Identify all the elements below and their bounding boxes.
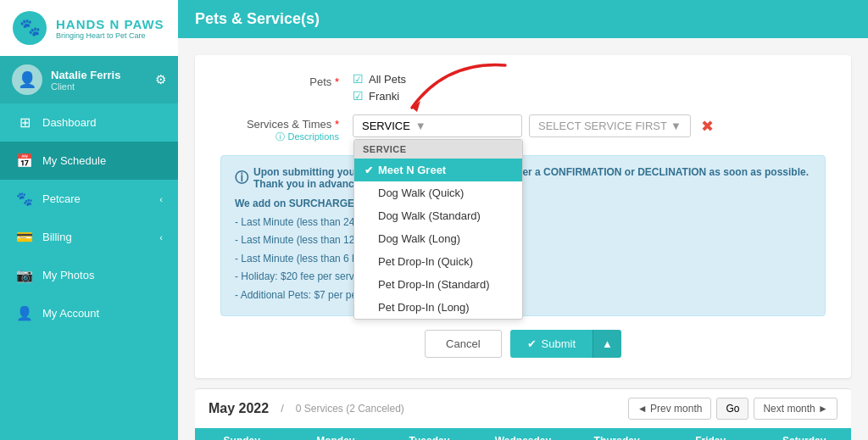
logo-icon: 🐾 — [12, 10, 47, 46]
petcare-icon: 🐾 — [15, 191, 34, 207]
pet-item-all-pets: ☑ All Pets — [353, 72, 406, 86]
surcharge-list: We add on SURCHARGES for the following: … — [235, 195, 811, 305]
logo: 🐾 HANDS N PAWS Bringing Heart to Pet Car… — [0, 0, 178, 56]
dropdown-item-dog-walk-long[interactable]: ✔ Dog Walk (Long) — [354, 227, 522, 250]
day-sunday: Sunday — [195, 428, 289, 440]
sidebar-item-billing[interactable]: 💳 Billing ‹ — [0, 218, 178, 256]
sidebar: 🐾 HANDS N PAWS Bringing Heart to Pet Car… — [0, 0, 178, 440]
info-icon: ⓘ — [235, 170, 248, 187]
sidebar-item-label: Dashboard — [42, 116, 97, 129]
sidebar-item-label: Petcare — [42, 192, 81, 205]
dropdown-item-dog-walk-standard[interactable]: ✔ Dog Walk (Standard) — [354, 204, 522, 227]
page-title: Pets & Service(s) — [195, 10, 320, 27]
service-dropdown[interactable]: SERVICE ▼ SERVICE ✔ Meet N Greet — [353, 114, 522, 137]
chevron-icon: ‹ — [159, 232, 163, 242]
submit-check-icon: ✔ — [527, 337, 537, 350]
prev-month-button[interactable]: ◄ Prev month — [628, 398, 712, 420]
dropdown-item-pet-drop-in-long[interactable]: ✔ Pet Drop-In (Long) — [354, 296, 522, 319]
go-button[interactable]: Go — [716, 398, 748, 420]
calendar-subtitle: 0 Services (2 Canceled) — [296, 403, 404, 415]
day-wednesday: Wednesday — [476, 428, 570, 440]
day-monday: Monday — [289, 428, 383, 440]
user-name: Natalie Ferris — [51, 69, 147, 81]
day-thursday: Thursday — [570, 428, 664, 440]
chevron-down-icon: ▼ — [415, 120, 426, 132]
user-info: Natalie Ferris Client — [51, 69, 147, 92]
dropdown-label: SERVICE — [362, 120, 410, 132]
day-saturday: Saturday — [757, 428, 851, 440]
dropdown-item-pet-drop-in-quick[interactable]: ✔ Pet Drop-In (Quick) — [354, 250, 522, 273]
user-role: Client — [51, 81, 147, 92]
next-month-button[interactable]: Next month ► — [754, 398, 837, 420]
nav-items: ⊞ Dashboard 📅 My Schedule 🐾 Petcare ‹ 💳 … — [0, 103, 178, 332]
service-dropdown-menu: SERVICE ✔ Meet N Greet ✔ Dog Walk (Quick… — [353, 139, 523, 320]
remove-service-button[interactable]: ✖ — [701, 117, 714, 136]
user-section: 👤 Natalie Ferris Client ⚙ — [0, 56, 178, 103]
sidebar-item-my-schedule[interactable]: 📅 My Schedule — [0, 142, 178, 180]
avatar: 👤 — [12, 64, 42, 95]
main-content: Pets & Service(s) Pets * ☑ All Pets ☑ Fr… — [178, 0, 868, 440]
checkbox-icon[interactable]: ☑ — [353, 89, 364, 103]
surcharge-item: - Last Minute (less than 6 hr notice): $… — [235, 250, 811, 269]
gear-icon[interactable]: ⚙ — [155, 72, 166, 87]
sidebar-item-label: Billing — [42, 231, 72, 243]
dashboard-icon: ⊞ — [15, 114, 34, 131]
surcharge-item: - Holiday: $20 fee per service — [235, 268, 811, 287]
check-icon: ✔ — [364, 164, 373, 176]
account-icon: 👤 — [15, 305, 34, 321]
calendar-bar: May 2022 / 0 Services (2 Canceled) ◄ Pre… — [195, 388, 851, 428]
dropdown-item-pet-drop-in-standard[interactable]: ✔ Pet Drop-In (Standard) — [354, 273, 522, 296]
services-row: Services & Times * ⓘ Descriptions SERVIC… — [220, 114, 826, 143]
pets-label: Pets * — [220, 72, 339, 88]
logo-text-block: HANDS N PAWS Bringing Heart to Pet Care — [56, 17, 164, 40]
services-controls: SERVICE ▼ SERVICE ✔ Meet N Greet — [353, 114, 826, 137]
photos-icon: 📷 — [15, 267, 34, 283]
surcharge-item: - Last Minute (less than 24 hr notice): … — [235, 214, 811, 232]
calendar-nav: ◄ Prev month Go Next month ► — [628, 398, 837, 420]
billing-icon: 💳 — [15, 229, 34, 245]
logo-subtitle: Bringing Heart to Pet Care — [56, 31, 164, 40]
sidebar-item-petcare[interactable]: 🐾 Petcare ‹ — [0, 180, 178, 218]
surcharge-item: - Additional Pets: $7 per pet per servic… — [235, 287, 811, 305]
content-area: Pets * ☑ All Pets ☑ Franki Se — [178, 38, 868, 440]
services-label: Services & Times * ⓘ Descriptions — [220, 114, 339, 143]
sidebar-item-my-account[interactable]: 👤 My Account — [0, 294, 178, 332]
chevron-icon: ‹ — [159, 194, 163, 204]
action-row: Cancel ✔ Submit ▲ ✔ Submit ↺ — [220, 330, 826, 361]
chevron-down-icon: ▼ — [670, 120, 682, 132]
checkbox-icon[interactable]: ☑ — [353, 72, 364, 86]
pets-list: ☑ All Pets ☑ Franki — [353, 72, 406, 103]
info-box: ⓘ Upon submitting your service request, … — [220, 155, 826, 316]
sidebar-item-my-photos[interactable]: 📷 My Photos — [0, 256, 178, 294]
info-title: ⓘ Upon submitting your service request, … — [235, 166, 811, 190]
form-card: Pets * ☑ All Pets ☑ Franki Se — [195, 55, 851, 378]
page-header: Pets & Service(s) — [178, 0, 868, 38]
dropdown-header: SERVICE — [354, 140, 522, 159]
descriptions-link[interactable]: ⓘ Descriptions — [220, 131, 339, 143]
pet-name: All Pets — [369, 73, 406, 86]
pets-row: Pets * ☑ All Pets ☑ Franki — [220, 72, 826, 103]
surcharge-item: - Last Minute (less than 12 hr notice): … — [235, 231, 811, 250]
schedule-icon: 📅 — [15, 153, 34, 169]
submit-button[interactable]: ✔ Submit — [510, 330, 593, 358]
sidebar-item-label: My Schedule — [42, 154, 106, 167]
sidebar-item-label: My Account — [42, 307, 99, 320]
pet-item-franki: ☑ Franki — [353, 89, 406, 103]
sidebar-item-label: My Photos — [42, 269, 94, 281]
sidebar-item-dashboard[interactable]: ⊞ Dashboard — [0, 103, 178, 142]
cancel-button[interactable]: Cancel — [425, 330, 501, 358]
day-headers: Sunday Monday Tuesday Wednesday Thursday… — [195, 428, 851, 440]
pet-name: Franki — [369, 90, 399, 103]
calendar-month-title: May 2022 — [209, 401, 269, 416]
day-tuesday: Tuesday — [382, 428, 476, 440]
submit-button-group: ✔ Submit ▲ ✔ Submit ↺ Submit and Request… — [510, 330, 621, 358]
select-service-button[interactable]: SELECT SERVICE FIRST ▼ — [529, 114, 691, 137]
logo-title: HANDS N PAWS — [56, 17, 164, 31]
dropdown-item-dog-walk-quick[interactable]: ✔ Dog Walk (Quick) — [354, 181, 522, 204]
submit-arrow-button[interactable]: ▲ — [593, 330, 621, 358]
svg-text:🐾: 🐾 — [19, 17, 41, 37]
day-friday: Friday — [664, 428, 758, 440]
dropdown-item-meet-n-greet[interactable]: ✔ Meet N Greet — [354, 159, 522, 181]
